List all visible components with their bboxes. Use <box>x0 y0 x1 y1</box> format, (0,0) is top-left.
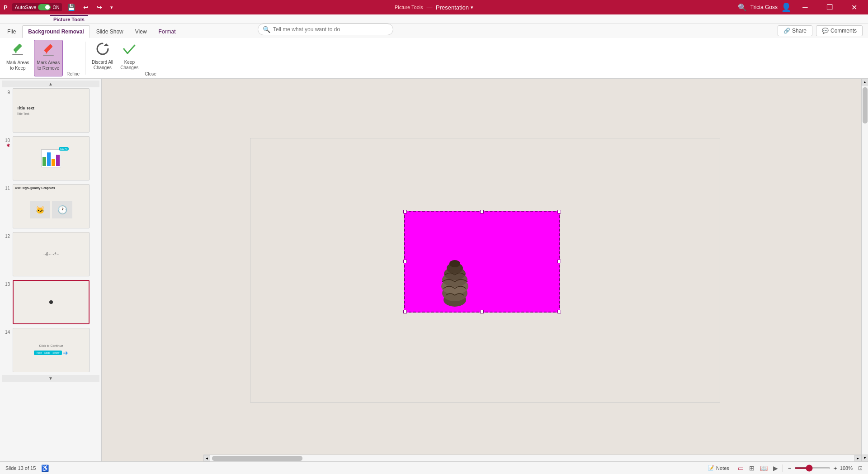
autosave-badge: AutoSave ON <box>12 3 62 11</box>
user-avatar: 👤 <box>781 2 791 12</box>
autosave-label: AutoSave <box>15 5 37 10</box>
redo-btn[interactable]: ↪ <box>94 3 105 12</box>
slide-num-11: 11 <box>3 186 10 191</box>
pencil-green-icon <box>10 42 25 56</box>
svg-rect-5 <box>43 55 54 56</box>
title-bar-left: P AutoSave ON 💾 ↩ ↪ ▾ <box>4 3 116 12</box>
canvas-area: ▲ ▼ <box>102 79 868 461</box>
slide-info: Slide 13 of 15 <box>5 465 36 471</box>
autosave-toggle[interactable] <box>38 4 51 10</box>
svg-marker-6 <box>104 43 109 46</box>
slide-item-14[interactable]: 14 Click to Continue Next Slide Show ➜ <box>2 327 99 373</box>
keep-label: Keep Changes <box>120 60 138 71</box>
search-ribbon-icon[interactable]: 🔍 <box>738 3 747 12</box>
tab-file[interactable]: File <box>2 25 21 38</box>
hscroll-thumb[interactable] <box>212 456 302 461</box>
mark-remove-label: Mark Areas to Remove <box>37 60 60 71</box>
zoom-in-btn[interactable]: ＋ <box>832 464 838 472</box>
slide13-dot <box>49 300 53 304</box>
share-button[interactable]: 🔗 Share <box>778 25 812 36</box>
slide-num-12: 12 <box>3 234 10 239</box>
hscroll-right-btn[interactable]: ► <box>854 455 861 462</box>
discard-changes-icon <box>95 42 110 56</box>
resize-handle-bm[interactable] <box>480 310 484 313</box>
zoom-slider[interactable] <box>794 467 830 469</box>
slide-num-14: 14 <box>3 330 10 335</box>
discard-changes-btn[interactable]: Discard All Changes <box>89 40 116 76</box>
svg-rect-2 <box>12 54 23 55</box>
customize-btn[interactable]: ▾ <box>108 4 116 11</box>
resize-handle-bl[interactable] <box>403 310 407 313</box>
slide-item-11[interactable]: 11 Use High-Quality Graphics 🐱 🕐 <box>2 183 99 229</box>
user-name: Tricia Goss <box>750 4 778 10</box>
ribbon-tabs: File Background Removal Slide Show View … <box>0 24 868 38</box>
slide-item-9[interactable]: 9 Title Text Title Text <box>2 87 99 133</box>
tab-background-removal[interactable]: Background Removal <box>22 25 90 38</box>
zoom-out-btn[interactable]: － <box>787 464 793 472</box>
picture-tools-label: Picture Tools <box>50 15 88 23</box>
vscroll-up-btn[interactable]: ▲ <box>862 79 868 85</box>
tab-slide-show[interactable]: Slide Show <box>91 25 129 38</box>
title-dropdown-btn[interactable]: ▾ <box>471 5 473 10</box>
resize-handle-tl[interactable] <box>403 210 407 213</box>
vscroll-track <box>862 85 868 455</box>
view-sorter-btn[interactable]: ⊞ <box>748 464 755 473</box>
mark-areas-keep-btn[interactable]: Mark Areas to Keep <box>4 40 32 76</box>
resize-handle-tm[interactable] <box>480 210 484 213</box>
zoom-control: － ＋ 108% <box>787 464 853 472</box>
title-bar: P AutoSave ON 💾 ↩ ↪ ▾ Picture Tools — Pr… <box>0 0 868 14</box>
view-normal-btn[interactable]: ▭ <box>737 464 745 473</box>
minimize-btn[interactable]: ─ <box>795 0 816 14</box>
refine-group-label: Refine <box>66 71 80 76</box>
hscroll-left-btn[interactable]: ◄ <box>203 455 210 462</box>
ribbon-content: Mark Areas to Keep Mark Areas to Remove … <box>0 38 868 79</box>
zoom-level: 108% <box>840 465 853 471</box>
slide-thumb-13 <box>13 280 90 324</box>
status-divider-1 <box>733 465 733 472</box>
resize-handle-tr[interactable] <box>557 210 561 213</box>
slide11-img1: 🐱 <box>30 201 50 218</box>
title-bar-center: Picture Tools — Presentation ▾ <box>395 4 473 11</box>
search-bar: 🔍 <box>258 24 393 35</box>
discard-icon <box>95 42 110 59</box>
app-name-logo: P <box>4 4 8 11</box>
vscroll-thumb[interactable] <box>863 87 868 123</box>
slide-canvas <box>250 138 720 403</box>
search-input[interactable] <box>273 26 388 33</box>
image-with-bg[interactable] <box>404 211 560 313</box>
slide-thumb-11: Use High-Quality Graphics 🐱 🕐 <box>13 184 90 228</box>
tab-view[interactable]: View <box>130 25 152 38</box>
fit-window-btn[interactable]: ⊡ <box>858 465 863 471</box>
slide-thumb-14: Click to Continue Next Slide Show ➜ <box>13 328 90 372</box>
mark-areas-remove-btn[interactable]: Mark Areas to Remove <box>34 40 63 76</box>
view-reading-btn[interactable]: 📖 <box>759 464 769 473</box>
resize-handle-ml[interactable] <box>403 260 407 263</box>
vscroll-down-btn[interactable]: ▼ <box>862 455 868 461</box>
hscroll-track <box>210 455 854 461</box>
status-bar-right: 📝 Notes ▭ ⊞ 📖 ▶ － ＋ 108% ⊡ <box>708 464 863 473</box>
keep-changes-btn[interactable]: Keep Changes <box>118 40 141 76</box>
slide-panel-scroll-down[interactable]: ▼ <box>2 375 99 382</box>
restore-btn[interactable]: ❐ <box>819 0 840 14</box>
quick-save-btn[interactable]: 💾 <box>65 3 78 12</box>
view-slideshow-btn[interactable]: ▶ <box>772 464 779 473</box>
resize-handle-br[interactable] <box>557 310 561 313</box>
tab-format[interactable]: Format <box>153 25 181 38</box>
svg-point-13 <box>449 260 460 267</box>
slide-item-13[interactable]: 13 <box>2 279 99 325</box>
slide-item-12[interactable]: 12 ~§~ ~†~ <box>2 231 99 277</box>
presentation-title: Presentation <box>436 4 469 11</box>
close-btn[interactable]: ✕ <box>844 0 864 14</box>
resize-handle-mr[interactable] <box>557 260 561 263</box>
comments-icon: 💬 <box>822 28 829 34</box>
slide11-img2: 🕐 <box>52 201 72 218</box>
slide-panel-scroll-up[interactable]: ▲ <box>2 81 99 87</box>
slide-thumb-12: ~§~ ~†~ <box>13 232 90 276</box>
notes-button[interactable]: 📝 Notes <box>708 465 729 471</box>
search-icon: 🔍 <box>263 26 270 33</box>
slide-item-10[interactable]: 10✱ Say Hi! <box>2 135 99 181</box>
close-group-label: Close <box>145 71 156 76</box>
comments-button[interactable]: 💬 Comments <box>816 25 863 36</box>
mark-keep-icon <box>10 42 25 59</box>
undo-btn[interactable]: ↩ <box>80 3 91 12</box>
